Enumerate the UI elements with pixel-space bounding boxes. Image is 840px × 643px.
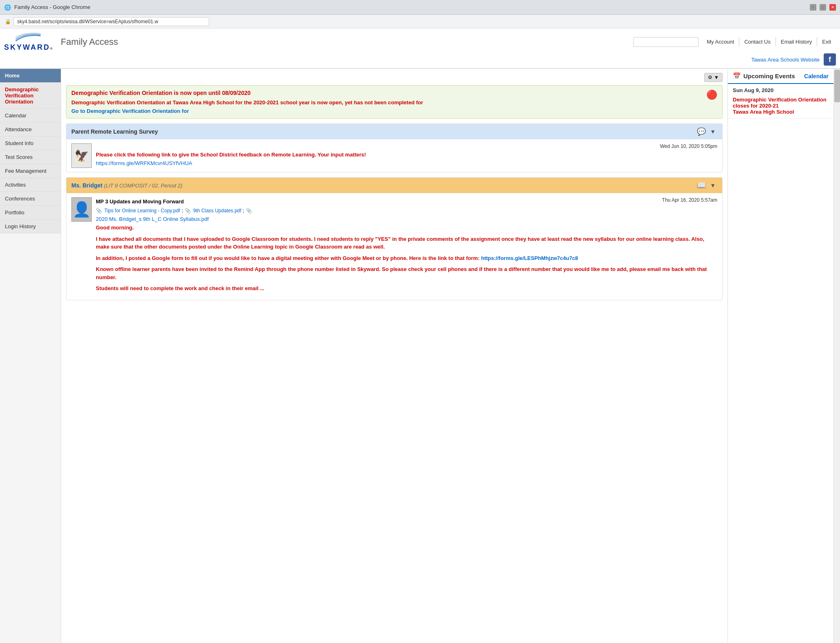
sidebar-item-login-history[interactable]: Login History [0, 220, 61, 233]
settings-bar: ⚙ ▼ [66, 73, 723, 82]
logo-wordmark: SKYWARD [4, 43, 50, 52]
teacher-dropdown-button[interactable]: ▼ [708, 182, 717, 189]
teacher-name[interactable]: Ms. Bridget [71, 182, 102, 189]
survey-dropdown-button[interactable]: ▼ [708, 128, 717, 135]
teacher-para-3: Known offline learner parents have been … [96, 265, 717, 281]
browser-titlebar: 🌐 Family Access - Google Chrome − □ ✕ [0, 0, 840, 15]
app-header: SKYWARD ® Family Access My Account Conta… [0, 29, 840, 69]
attachment-1[interactable]: Tips for Online Learning - Copy.pdf [104, 208, 180, 214]
sidebar-item-home[interactable]: Home [0, 69, 61, 83]
search-input[interactable] [633, 37, 699, 47]
right-panel: 📅 Upcoming Events Calendar Sun Aug 9, 20… [727, 69, 833, 643]
event-date-1: Sun Aug 9, 2020 [728, 84, 833, 95]
teacher-para-1: I have attached all documents that I hav… [96, 235, 717, 251]
message-header-teacher: Ms. Bridget (LIT 9 COMPOSIT / 02, Period… [66, 178, 722, 193]
sidebar-item-test-scores[interactable]: Test Scores [0, 150, 61, 164]
sidebar-item-portfolio[interactable]: Portfolio [0, 206, 61, 220]
logo-registered: ® [50, 47, 53, 51]
survey-timestamp: Wed Jun 10, 2020 5:05pm [96, 143, 717, 149]
content-area: ⚙ ▼ Demographic Verification Orientation… [61, 69, 727, 643]
logo-swoosh-svg [14, 32, 42, 43]
message-card-teacher: Ms. Bridget (LIT 9 COMPOSIT / 02, Period… [66, 177, 723, 300]
bird-image: 🦅 [75, 149, 89, 163]
teacher-content: MP 3 Updates and Moving Forward Thu Apr … [96, 197, 717, 296]
sidebar-item-demographic[interactable]: Demographic Verification Orientation [0, 83, 61, 109]
teacher-para-2: In addition, I posted a Google form to f… [96, 254, 717, 262]
teacher-para-4: Students will need to complete the work … [96, 284, 717, 293]
teacher-avatar: 👤 [71, 197, 92, 222]
gear-button[interactable]: ⚙ ▼ [704, 73, 723, 82]
message-card-survey: Parent Remote Learning Survey 💬 ▼ 🦅 Wed … [66, 123, 723, 172]
alert-content: Demographic Verification Orientation is … [71, 90, 423, 114]
paperclip-icon-1: 📎 [96, 208, 102, 214]
gear-icon: ⚙ [708, 75, 712, 80]
minimize-button[interactable]: − [810, 4, 816, 11]
upcoming-events-label: Upcoming Events [743, 73, 795, 79]
alert-icon: 🔴 [706, 90, 717, 100]
survey-message-title: Parent Remote Learning Survey [71, 128, 158, 135]
facebook-icon[interactable]: f [824, 53, 836, 66]
alert-title: Demographic Verification Orientation is … [71, 90, 423, 96]
alert-banner: Demographic Verification Orientation is … [66, 85, 723, 119]
attachment-3[interactable]: 2020 Ms. Bridget_s 9th L_C Online Syllab… [96, 216, 209, 222]
sidebar-item-fee-management[interactable]: Fee Management [0, 164, 61, 178]
message-header-survey: Parent Remote Learning Survey 💬 ▼ [66, 124, 722, 139]
survey-message-body: 🦅 Wed Jun 10, 2020 5:05pm Please click t… [66, 139, 722, 172]
alert-body: Demographic Verification Orientation at … [71, 99, 423, 106]
event-name-1[interactable]: Demographic Verification Orientation clo… [733, 97, 829, 109]
teacher-timestamp: Thu Apr 16, 2020 5:57am [662, 197, 717, 203]
events-title: 📅 Upcoming Events [733, 72, 795, 80]
paperclip-icon-3: 📎 [246, 208, 252, 214]
teacher-subject: MP 3 Updates and Moving Forward [96, 198, 184, 205]
header-nav: My Account Contact Us Email History Exit [633, 37, 836, 47]
survey-avatar: 🦅 [71, 143, 92, 168]
teacher-greeting: Good morning. [96, 224, 717, 232]
survey-link[interactable]: https://forms.gle/WRFKMcvr4USYfVHUA [96, 160, 192, 166]
sidebar-item-conferences[interactable]: Conferences [0, 192, 61, 206]
google-form-link[interactable]: https://forms.gle/LESPhMhjzw7c4u7c8 [481, 255, 578, 261]
teacher-class: (LIT 9 COMPOSIT / 02, Period 2) [104, 183, 182, 189]
calendar-small-icon: 📅 [733, 72, 741, 80]
event-item-1: Demographic Verification Orientation clo… [728, 95, 833, 119]
paperclip-icon-2: 📎 [185, 208, 191, 214]
survey-content: Wed Jun 10, 2020 5:05pm Please click the… [96, 143, 717, 168]
close-button[interactable]: ✕ [829, 4, 836, 11]
main-layout: Home Demographic Verification Orientatio… [0, 69, 840, 643]
browser-favicon: 🌐 [4, 4, 11, 11]
alert-link[interactable]: Go to Demographic Verification Orientati… [71, 108, 189, 114]
sidebar-item-attendance[interactable]: Attendance [0, 123, 61, 137]
exit-link[interactable]: Exit [817, 37, 836, 46]
book-icon: 📖 [697, 181, 706, 190]
teacher-message-body: 👤 MP 3 Updates and Moving Forward Thu Ap… [66, 193, 722, 300]
survey-text: Please click the following link to give … [96, 152, 717, 158]
skyward-logo: SKYWARD ® [4, 32, 53, 52]
attachments-line: 📎 Tips for Online Learning - Copy.pdf; 📎… [96, 208, 717, 214]
app-title: Family Access [61, 37, 118, 47]
lock-icon: 🔒 [5, 19, 11, 24]
url-input[interactable] [13, 17, 209, 26]
scrollbar[interactable] [833, 69, 840, 643]
logo-area: SKYWARD ® Family Access [4, 32, 118, 52]
maximize-button[interactable]: □ [820, 4, 826, 11]
gear-dropdown-icon: ▼ [714, 75, 719, 80]
my-account-link[interactable]: My Account [702, 37, 739, 46]
event-location-1: Tawas Area High School [733, 109, 829, 115]
person-icon: 👤 [73, 201, 91, 218]
contact-us-link[interactable]: Contact Us [739, 37, 776, 46]
address-bar: 🔒 [0, 15, 840, 29]
sidebar: Home Demographic Verification Orientatio… [0, 69, 61, 643]
teacher-info: Ms. Bridget (LIT 9 COMPOSIT / 02, Period… [71, 182, 182, 189]
browser-title: Family Access - Google Chrome [14, 4, 90, 10]
sidebar-item-activities[interactable]: Activities [0, 178, 61, 192]
attachment-2[interactable]: 9th Class Updates.pdf [193, 208, 241, 214]
sidebar-item-calendar[interactable]: Calendar [0, 109, 61, 123]
scrollbar-thumb[interactable] [834, 70, 840, 102]
calendar-link[interactable]: Calendar [804, 73, 829, 79]
events-header: 📅 Upcoming Events Calendar [728, 69, 833, 84]
chat-icon: 💬 [697, 127, 706, 136]
email-history-link[interactable]: Email History [776, 37, 818, 46]
sidebar-item-student-info[interactable]: Student Info [0, 137, 61, 150]
browser-controls: − □ ✕ [810, 4, 836, 11]
tawas-website-link[interactable]: Tawas Area Schools Website [752, 57, 820, 63]
header-sub: Tawas Area Schools Website f [4, 53, 836, 68]
